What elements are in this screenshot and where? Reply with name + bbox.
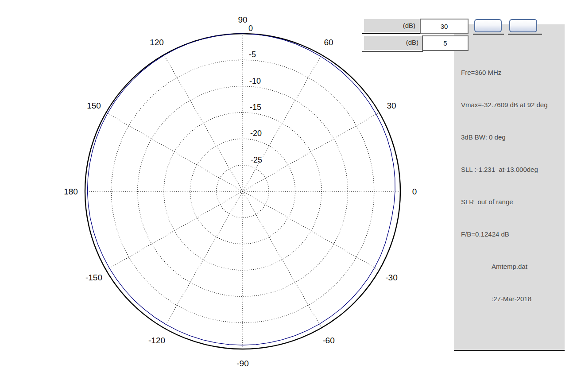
step-row-underline — [362, 51, 423, 52]
plot-button-1[interactable] — [474, 19, 502, 32]
angle-tick-label: 120 — [150, 38, 164, 47]
button-1-underline — [473, 34, 504, 35]
polar-spoke — [106, 113, 243, 191]
polar-spoke — [243, 191, 321, 328]
status-fb: F/B=0.12424 dB — [461, 225, 572, 243]
status-sll: SLL :-1.231 at-13.000deg — [461, 161, 572, 178]
plot-button-2[interactable] — [509, 19, 537, 32]
status-file-name: Amtemp.dat — [461, 258, 572, 275]
polar-spoke — [106, 191, 243, 270]
radial-tick-label: -5 — [249, 50, 256, 59]
status-date: :27-Mar-2018 — [461, 290, 572, 307]
polar-spoke — [164, 191, 243, 328]
angle-tick-label: -60 — [322, 336, 334, 345]
radial-tick-label: 0 — [248, 24, 253, 33]
angle-tick-label: 30 — [387, 101, 396, 110]
step-db-input[interactable] — [422, 35, 469, 51]
step-db-label: (dB) — [364, 36, 423, 50]
range-db-input[interactable] — [420, 19, 469, 34]
angle-tick-label: 150 — [87, 101, 101, 110]
status-lines: Fre=360 MHz Vmax=-32.7609 dB at 92 deg 3… — [461, 49, 572, 322]
angle-tick-label: 180 — [64, 187, 78, 196]
radial-tick-label: -25 — [251, 155, 262, 164]
range-db-label: (dB) — [364, 19, 420, 32]
angle-tick-label: 90 — [238, 15, 247, 24]
status-slr: SLR out of range — [461, 193, 572, 210]
angle-tick-label: -150 — [85, 273, 102, 282]
app-window: 0306090120150180-150-120-90-60-300-5-10-… — [0, 0, 581, 392]
polar-chart: 0306090120150180-150-120-90-60-300-5-10-… — [0, 0, 447, 392]
angle-tick-label: -90 — [236, 359, 248, 368]
polar-spoke — [243, 55, 321, 191]
angle-tick-label: 0 — [412, 187, 417, 196]
angle-tick-label: 60 — [324, 38, 333, 47]
radial-tick-label: -15 — [250, 103, 261, 112]
radial-tick-label: -20 — [250, 129, 262, 138]
angle-tick-label: -120 — [148, 336, 165, 345]
angle-tick-label: -30 — [385, 273, 397, 282]
status-frequency: Fre=360 MHz — [461, 64, 572, 81]
polar-spoke — [243, 191, 379, 270]
polar-spoke — [164, 55, 243, 191]
button-2-underline — [508, 34, 542, 35]
range-row-underline — [362, 33, 421, 34]
status-vmax: Vmax=-32.7609 dB at 92 deg — [461, 96, 572, 113]
radial-tick-label: -10 — [249, 77, 261, 85]
status-3db-bw: 3dB BW: 0 deg — [461, 128, 572, 146]
polar-spoke — [243, 113, 379, 191]
